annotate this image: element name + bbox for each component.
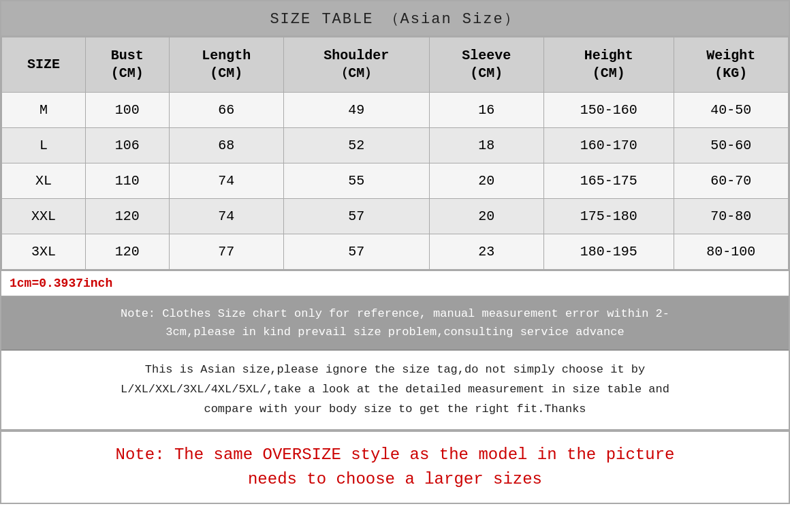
col-header-length: Length(CM): [169, 37, 283, 93]
table-cell: 110: [85, 163, 169, 199]
table-cell: 40-50: [674, 93, 788, 128]
col-header-size: SIZE: [2, 37, 86, 93]
size-table: SIZE Bust(CM) Length(CM) Shoulder（CM） Sl…: [1, 37, 789, 270]
table-cell: 20: [429, 199, 543, 234]
white-info: This is Asian size,please ignore the siz…: [1, 350, 789, 431]
col-header-weight: Weight(KG): [674, 37, 788, 93]
table-row: XXL120745720175-18070-80: [2, 199, 789, 234]
table-cell: 80-100: [674, 234, 788, 270]
table-cell: 175-180: [543, 199, 674, 234]
conversion-note: 1cm=0.3937inch: [1, 270, 789, 296]
red-oversize-line1: Note: The same OVERSIZE style as the mod…: [116, 445, 675, 464]
col-header-shoulder: Shoulder（CM）: [283, 37, 429, 93]
table-cell: 74: [169, 199, 283, 234]
table-cell: 50-60: [674, 128, 788, 163]
table-row: XL110745520165-17560-70: [2, 163, 789, 199]
col-header-sleeve: Sleeve(CM): [429, 37, 543, 93]
table-row: M100664916150-16040-50: [2, 93, 789, 128]
table-header-row: SIZE Bust(CM) Length(CM) Shoulder（CM） Sl…: [2, 37, 789, 93]
table-cell: 106: [85, 128, 169, 163]
table-cell: 70-80: [674, 199, 788, 234]
table-cell: 165-175: [543, 163, 674, 199]
table-cell: M: [2, 93, 86, 128]
white-info-text: This is Asian size,please ignore the siz…: [121, 363, 669, 416]
table-cell: 18: [429, 128, 543, 163]
table-row: L106685218160-17050-60: [2, 128, 789, 163]
table-cell: 60-70: [674, 163, 788, 199]
table-cell: XL: [2, 163, 86, 199]
table-cell: 150-160: [543, 93, 674, 128]
table-cell: 100: [85, 93, 169, 128]
gray-note-text: Note: Clothes Size chart only for refere…: [121, 307, 669, 339]
table-cell: XXL: [2, 199, 86, 234]
col-header-height: Height(CM): [543, 37, 674, 93]
table-cell: 3XL: [2, 234, 86, 270]
table-cell: 16: [429, 93, 543, 128]
table-cell: 57: [283, 234, 429, 270]
table-cell: 68: [169, 128, 283, 163]
table-title: SIZE TABLE （Asian Size）: [1, 1, 789, 37]
table-cell: 55: [283, 163, 429, 199]
table-cell: 20: [429, 163, 543, 199]
table-cell: L: [2, 128, 86, 163]
size-chart-container: SIZE TABLE （Asian Size） SIZE Bust(CM) Le…: [0, 0, 790, 504]
table-cell: 52: [283, 128, 429, 163]
table-cell: 49: [283, 93, 429, 128]
col-header-bust: Bust(CM): [85, 37, 169, 93]
table-cell: 120: [85, 199, 169, 234]
table-row: 3XL120775723180-19580-100: [2, 234, 789, 270]
red-oversize-line2: needs to choose a larger sizes: [248, 470, 542, 488]
table-cell: 23: [429, 234, 543, 270]
table-cell: 57: [283, 199, 429, 234]
red-oversize-note: Note: The same OVERSIZE style as the mod…: [1, 431, 789, 503]
table-cell: 180-195: [543, 234, 674, 270]
table-cell: 74: [169, 163, 283, 199]
table-cell: 66: [169, 93, 283, 128]
table-cell: 160-170: [543, 128, 674, 163]
table-cell: 77: [169, 234, 283, 270]
gray-note: Note: Clothes Size chart only for refere…: [1, 296, 789, 350]
table-cell: 120: [85, 234, 169, 270]
